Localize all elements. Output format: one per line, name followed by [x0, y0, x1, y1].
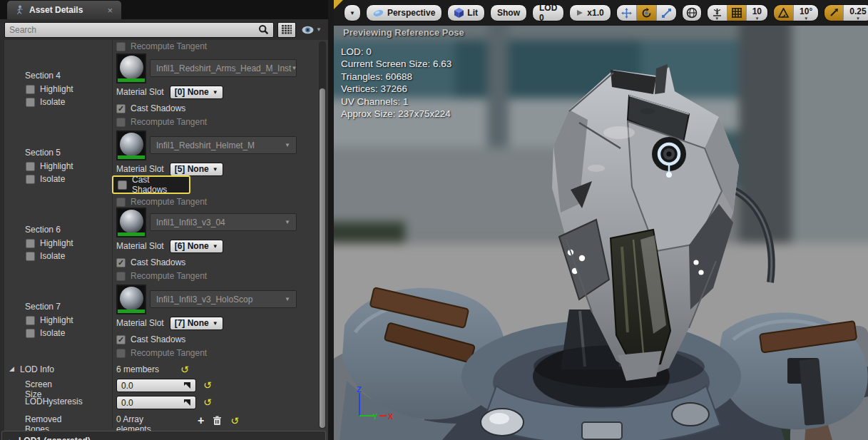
- grid-view-button[interactable]: [277, 22, 296, 38]
- world-local-toggle-button[interactable]: [682, 4, 702, 21]
- recompute-tangent-checkbox[interactable]: [116, 272, 126, 281]
- move-tool-button[interactable]: [617, 5, 637, 21]
- recompute-tangent-checkbox[interactable]: [116, 349, 126, 358]
- material-dropdown[interactable]: Infil1_Redshirt_Helmet_M ▼: [150, 136, 297, 154]
- scale-tool-button[interactable]: [657, 5, 676, 21]
- chevron-down-icon: ▼: [349, 10, 355, 16]
- section-title: Section 7: [25, 302, 61, 312]
- value-slider-icon[interactable]: [183, 399, 191, 406]
- chevron-down-icon: ▼: [715, 16, 719, 21]
- axis-x-label: X: [388, 412, 394, 421]
- viewport-toolbar: ▼ Perspective Lit Show: [334, 0, 868, 26]
- material-dropdown[interactable]: Infil1_Infil3_v3_04 ▼: [150, 213, 297, 231]
- recompute-tangent-checkbox[interactable]: [116, 42, 126, 51]
- highlight-checkbox[interactable]: [26, 316, 35, 325]
- material-thumbnail[interactable]: [116, 131, 146, 160]
- viewport-options-button[interactable]: ▼: [344, 4, 361, 21]
- section-title: Section 4: [25, 71, 61, 81]
- perspective-button[interactable]: Perspective: [366, 4, 442, 21]
- isolate-checkbox[interactable]: [26, 175, 35, 184]
- chevron-down-icon: ▼: [285, 219, 290, 225]
- grid-snap-value-button[interactable]: 10 ▼: [747, 5, 767, 21]
- isolate-row: Isolate: [26, 96, 65, 108]
- value-slider-icon[interactable]: [183, 382, 191, 389]
- lit-button[interactable]: Lit: [447, 4, 485, 21]
- lod-button[interactable]: LOD 0: [532, 4, 564, 21]
- cast-shadows-checkbox[interactable]: [116, 104, 126, 113]
- cast-shadows-checkbox[interactable]: [118, 180, 127, 190]
- screen-size-input[interactable]: 0.0: [116, 379, 196, 392]
- stat-triangles: Triangles: 60688: [341, 71, 451, 83]
- cast-shadows-row: Cast Shadows: [116, 103, 185, 114]
- section-6: Infil1_Infil3_v3_04 ▼ Section 6 Highligh…: [0, 208, 320, 285]
- scale-snap-value-button[interactable]: 0.25 ▼: [844, 5, 868, 21]
- highlight-checkbox[interactable]: [26, 239, 35, 248]
- show-button[interactable]: Show: [490, 4, 527, 21]
- search-input[interactable]: [9, 25, 258, 35]
- globe-icon: [686, 7, 698, 19]
- isolate-checkbox[interactable]: [26, 252, 35, 261]
- material-type-bar: [118, 309, 145, 313]
- material-slot-dropdown[interactable]: [7] None ▼: [170, 317, 223, 330]
- add-element-icon[interactable]: +: [198, 415, 204, 426]
- cast-shadows-checkbox[interactable]: [116, 335, 126, 344]
- recompute-tangent-checkbox[interactable]: [116, 118, 126, 127]
- material-slot-dropdown[interactable]: [0] None ▼: [170, 86, 223, 99]
- material-thumbnail[interactable]: [116, 285, 146, 314]
- material-slot-row: Material Slot [5] None ▼: [116, 162, 223, 176]
- rotation-snap-toggle-button[interactable]: [774, 5, 794, 21]
- lod-hysteresis-label: LODHysteresis: [25, 396, 83, 406]
- scrollbar[interactable]: [319, 41, 326, 429]
- isolate-checkbox[interactable]: [26, 329, 35, 338]
- surface-snap-button[interactable]: ▼: [708, 5, 727, 21]
- playback-speed-button[interactable]: x1.0: [569, 4, 611, 21]
- rotation-snap-value-button[interactable]: 10° ▼: [794, 5, 818, 21]
- viewport-scene[interactable]: Previewing Reference Pose LOD: 0 Current…: [334, 26, 868, 440]
- stat-uv-channels: UV Channels: 1: [341, 96, 451, 108]
- angle-snap-icon: [778, 8, 789, 18]
- lod-hysteresis-input[interactable]: 0.0: [116, 396, 196, 409]
- view-options-button[interactable]: ▼: [300, 22, 324, 38]
- scale-snap-group: 0.25 ▼: [824, 4, 868, 21]
- material-slot-row: Material Slot [0] None ▼: [116, 85, 223, 99]
- search-row: ▼: [0, 19, 328, 40]
- cast-shadows-row: Cast Shadows: [116, 257, 185, 268]
- lod1-header-label: LOD1 (generated): [19, 436, 91, 440]
- tab-asset-details[interactable]: Asset Details ×: [7, 1, 121, 19]
- material-type-bar: [118, 78, 145, 82]
- highlight-row: Highlight: [26, 314, 73, 326]
- trash-icon[interactable]: [213, 416, 222, 426]
- tab-close-icon[interactable]: ×: [107, 5, 113, 16]
- chevron-down-icon: ▼: [804, 16, 808, 21]
- material-slot-dropdown[interactable]: [6] None ▼: [170, 240, 223, 253]
- preview-viewport[interactable]: Previewing Reference Pose LOD: 0 Current…: [334, 0, 868, 440]
- reset-to-default-icon[interactable]: ↺: [230, 416, 239, 426]
- material-dropdown[interactable]: Infil1_Infil3_v3_HoloScop ▼: [150, 290, 297, 308]
- material-slot-dropdown[interactable]: [5] None ▼: [170, 163, 223, 176]
- eye-icon: [302, 26, 314, 34]
- material-thumbnail[interactable]: [116, 53, 146, 83]
- isolate-checkbox[interactable]: [26, 98, 35, 107]
- stat-vertices: Vertices: 37266: [341, 83, 451, 95]
- rotation-snap-group: 10° ▼: [773, 4, 819, 21]
- reset-to-default-icon[interactable]: ↺: [203, 397, 212, 407]
- highlight-checkbox[interactable]: [26, 162, 35, 171]
- material-thumbnail[interactable]: [116, 208, 146, 237]
- chevron-down-icon: ▼: [316, 26, 322, 33]
- axis-y-label: Y: [372, 412, 378, 421]
- scale-snap-toggle-button[interactable]: [824, 5, 844, 21]
- highlight-checkbox[interactable]: [26, 85, 35, 94]
- rotate-tool-button[interactable]: [637, 5, 657, 21]
- grid-snap-toggle-button[interactable]: [727, 5, 747, 21]
- search-field[interactable]: [4, 22, 274, 38]
- cast-shadows-checkbox[interactable]: [116, 258, 126, 267]
- scrollbar-thumb[interactable]: [320, 88, 325, 428]
- lod1-category-header[interactable]: ▸ LOD1 (generated): [1, 431, 326, 440]
- cast-shadows-row: Cast Shadows: [116, 334, 185, 345]
- reset-to-default-icon[interactable]: ↺: [180, 364, 189, 374]
- recompute-tangent-checkbox[interactable]: [116, 198, 126, 207]
- lod-info-header[interactable]: ◢ LOD Info 6 members ↺: [0, 363, 320, 377]
- material-dropdown[interactable]: Infil1_Redshirt_Arms_Head_M_Inst ▼: [150, 59, 297, 77]
- expand-arrow-icon[interactable]: ◢: [9, 365, 14, 372]
- reset-to-default-icon[interactable]: ↺: [203, 380, 212, 390]
